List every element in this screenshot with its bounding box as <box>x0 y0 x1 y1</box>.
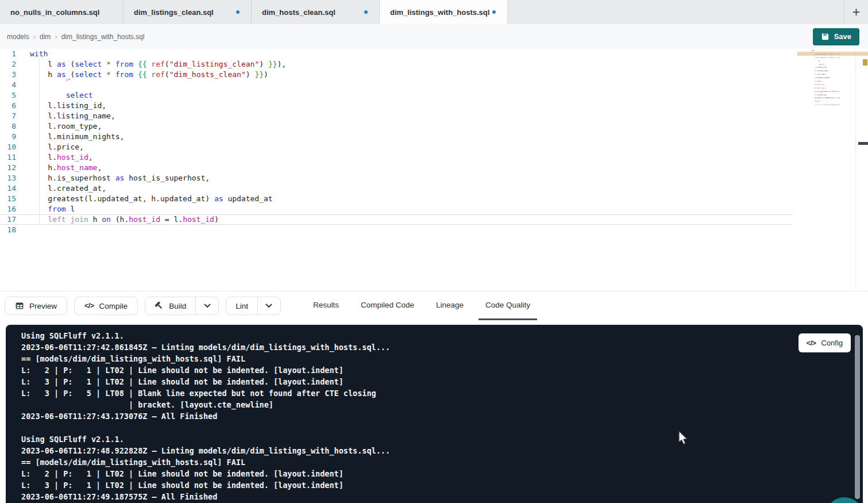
code-text: l.price, <box>30 142 84 152</box>
code-text: l.room_type, <box>30 121 102 132</box>
compile-button[interactable]: </> Compile <box>74 297 138 315</box>
lint-button[interactable]: Lint <box>226 297 257 314</box>
build-button[interactable]: Build <box>145 297 195 314</box>
new-tab-button[interactable]: + <box>844 0 868 24</box>
tab-lineage[interactable]: Lineage <box>429 291 470 320</box>
code-text: left join h on (h.host_id = l.host_id) <box>30 215 219 224</box>
code-text: l.created_at, <box>811 94 827 96</box>
file-tab[interactable]: dim_hosts_clean.sql <box>252 0 380 24</box>
tab-code-quality[interactable]: Code Quality <box>479 291 537 320</box>
code-line[interactable]: 3 h as (select * from {{ ref("dim_hosts_… <box>0 70 793 80</box>
line-number: 11 <box>0 152 16 163</box>
build-button-label: Build <box>169 302 186 310</box>
breadcrumb-item-file[interactable]: dim_listings_with_hosts.sql <box>61 33 145 41</box>
floppy-icon <box>821 32 830 41</box>
code-line[interactable]: 5 select <box>0 90 793 101</box>
minimap[interactable]: with l as (select * from {{ ref("dim_lis… <box>797 49 840 115</box>
code-line[interactable]: 11 l.host_id, <box>0 152 793 163</box>
code-text: l.minimum_nights, <box>811 76 831 79</box>
editor-action-bar: Preview </> Compile Build <box>0 291 868 320</box>
code-line[interactable]: 14 l.created_at, <box>0 183 793 194</box>
save-button-label: Save <box>834 32 851 41</box>
terminal-line: Using SQLFluff v2.1.1. <box>21 330 863 341</box>
file-tab-label: dim_listings_with_hosts.sql <box>390 8 489 17</box>
code-text: l.host_id, <box>811 83 824 86</box>
code-text: h.is_superhost as host_is_superhost, <box>811 90 840 93</box>
code-text: l.created_at, <box>30 183 106 194</box>
code-text: h.host_name, <box>30 163 102 173</box>
breadcrumb-item-dim[interactable]: dim <box>40 33 51 41</box>
code-line[interactable]: 15 greatest(l.updated_at, h.updated_at) … <box>0 194 793 204</box>
breadcrumb-separator: › <box>33 32 36 41</box>
line-number: 16 <box>0 204 16 214</box>
tab-lineage-label: Lineage <box>436 301 464 309</box>
terminal-line: 2023-06-06T11:27:48.922828Z — Linting mo… <box>21 445 863 456</box>
code-text: l.minimum_nights, <box>30 132 124 142</box>
code-editor[interactable]: 1with2 l as (select * from {{ ref("dim_l… <box>0 49 868 291</box>
code-text: h.is_superhost as host_is_superhost, <box>30 173 210 183</box>
breadcrumb: models › dim › dim_listings_with_hosts.s… <box>7 32 144 41</box>
code-icon: </> <box>84 302 94 310</box>
code-text: with <box>30 49 48 59</box>
code-line[interactable]: 8 l.room_type, <box>0 121 793 132</box>
terminal-line: L: 3 | P: 5 | LT08 | Blank line expected… <box>21 387 863 399</box>
code-text: greatest(l.updated_at, h.updated_at) as … <box>811 97 840 99</box>
code-line[interactable]: 10 l.price, <box>0 142 793 152</box>
save-button[interactable]: Save <box>813 28 859 45</box>
code-line[interactable]: 16 from l <box>0 204 793 214</box>
overview-ruler-warning-marker <box>863 59 867 66</box>
terminal-line: L: 3 | P: 1 | LT02 | Line should not be … <box>21 376 863 387</box>
lint-button-group: Lint <box>226 297 281 315</box>
tab-compiled-code-label: Compiled Code <box>361 301 414 309</box>
file-tab[interactable]: no_nulls_in_columns.sql <box>0 0 124 24</box>
code-line[interactable]: 17 left join h on (h.host_id = l.host_id… <box>0 214 793 225</box>
chevron-down-icon <box>204 304 211 308</box>
code-icon: </> <box>807 339 816 347</box>
code-text: h as (select * from {{ ref("dim_hosts_cl… <box>811 56 840 59</box>
code-line[interactable]: 9 l.minimum_nights, <box>0 132 793 142</box>
modified-indicator-icon <box>492 10 496 14</box>
code-line[interactable]: 2 l as (select * from {{ ref("dim_listin… <box>0 59 793 70</box>
preview-button[interactable]: Preview <box>5 297 67 315</box>
code-line[interactable]: 7 l.listing_name, <box>0 111 793 121</box>
result-panel-tabs: Results Compiled Code Lineage Code Quali… <box>306 291 537 320</box>
code-line[interactable]: 1with <box>0 49 793 59</box>
line-number: 18 <box>0 225 16 235</box>
line-number: 10 <box>0 142 16 152</box>
tab-results[interactable]: Results <box>306 291 346 320</box>
minimap-line: h as (select * from {{ ref("dim_hosts_cl… <box>797 56 840 60</box>
code-text: l.listing_name, <box>811 70 829 72</box>
code-text: greatest(l.updated_at, h.updated_at) as … <box>30 194 273 204</box>
action-buttons: Preview </> Compile Build <box>5 291 281 320</box>
terminal-line: | bracket. [layout.cte_newline] <box>21 399 863 410</box>
code-text: left join h on (h.host_id = l.host_id) <box>811 103 840 106</box>
file-tab-label: dim_hosts_clean.sql <box>262 8 335 17</box>
line-number: 5 <box>0 90 16 101</box>
breadcrumb-item-models[interactable]: models <box>7 33 29 41</box>
file-tab[interactable]: dim_listings_clean.sql <box>124 0 252 24</box>
code-line[interactable]: 6 l.listing_id, <box>0 101 793 111</box>
terminal-line: L: 2 | P: 1 | LT02 | Line should not be … <box>21 468 863 479</box>
code-text: l.listing_name, <box>30 111 115 121</box>
code-line[interactable]: 4 <box>0 80 793 90</box>
code-line[interactable]: 18 <box>0 225 793 235</box>
terminal-line: == [models/dim/dim_listings_with_hosts.s… <box>21 456 863 468</box>
tab-compiled-code[interactable]: Compiled Code <box>354 291 421 320</box>
line-number: 13 <box>0 173 16 183</box>
line-number: 8 <box>0 121 16 132</box>
terminal-scrollbar[interactable] <box>855 335 860 499</box>
build-dropdown-button[interactable] <box>195 297 218 314</box>
tab-strip: no_nulls_in_columns.sqldim_listings_clea… <box>0 0 508 24</box>
tab-results-label: Results <box>313 301 339 309</box>
lint-dropdown-button[interactable] <box>257 297 280 314</box>
code-line[interactable]: 13 h.is_superhost as host_is_superhost, <box>0 173 793 183</box>
file-tab[interactable]: dim_listings_with_hosts.sql <box>380 0 508 24</box>
terminal-line: 2023-06-06T11:27:49.187575Z — All Finish… <box>21 491 863 502</box>
terminal-line: L: 2 | P: 1 | LT02 | Line should not be … <box>21 364 863 376</box>
code-line[interactable]: 12 h.host_name, <box>0 163 793 173</box>
config-button[interactable]: </> Config <box>798 333 851 352</box>
tab-code-quality-label: Code Quality <box>485 301 530 309</box>
file-tab-label: no_nulls_in_columns.sql <box>10 8 99 17</box>
table-icon <box>15 301 24 310</box>
breadcrumb-separator: › <box>55 32 57 41</box>
